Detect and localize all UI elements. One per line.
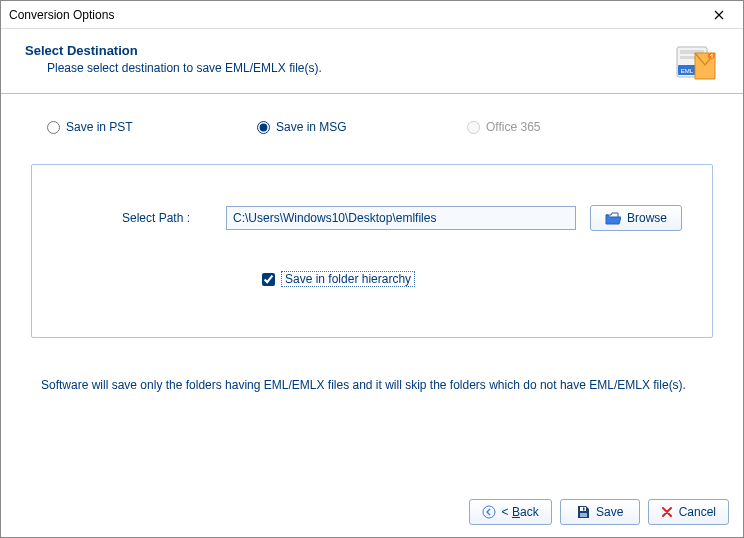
radio-office365: Office 365: [467, 120, 677, 134]
browse-label: Browse: [627, 211, 667, 225]
save-disk-icon: [576, 505, 590, 519]
folder-hierarchy-checkbox[interactable]: [262, 273, 275, 286]
radio-office365-label: Office 365: [486, 120, 540, 134]
header-text: Select Destination Please select destina…: [25, 43, 322, 75]
folder-open-icon: [605, 212, 621, 225]
titlebar: Conversion Options: [1, 1, 743, 29]
radio-save-msg[interactable]: Save in MSG: [257, 120, 467, 134]
hierarchy-row: Save in folder hierarchy: [262, 271, 682, 287]
window-title: Conversion Options: [9, 8, 114, 22]
svg-text:EML: EML: [681, 68, 694, 74]
select-path-label: Select Path :: [62, 211, 212, 225]
close-button[interactable]: [701, 5, 737, 25]
radio-save-msg-input[interactable]: [257, 121, 270, 134]
save-button[interactable]: Save: [560, 499, 640, 525]
cancel-x-icon: [661, 506, 673, 518]
info-note: Software will save only the folders havi…: [31, 378, 713, 392]
options-panel: Select Path : Browse Save in folder hier…: [31, 164, 713, 338]
save-label: Save: [596, 505, 623, 519]
svg-rect-9: [583, 508, 585, 511]
dialog-window: Conversion Options Select Destination Pl…: [0, 0, 744, 538]
folder-hierarchy-label: Save in folder hierarchy: [281, 271, 415, 287]
radio-save-pst[interactable]: Save in PST: [47, 120, 257, 134]
button-bar: < Back Save Cancel: [1, 489, 743, 537]
select-path-input[interactable]: [226, 206, 576, 230]
eml-file-icon: EML: [675, 43, 719, 83]
radio-save-pst-label: Save in PST: [66, 120, 133, 134]
cancel-button[interactable]: Cancel: [648, 499, 729, 525]
header-subtitle: Please select destination to save EML/EM…: [47, 61, 322, 75]
header-title: Select Destination: [25, 43, 322, 58]
back-label: < Back: [502, 505, 539, 519]
back-arrow-icon: [482, 505, 496, 519]
browse-button[interactable]: Browse: [590, 205, 682, 231]
svg-point-6: [483, 506, 495, 518]
save-mode-row: Save in PST Save in MSG Office 365: [31, 114, 713, 140]
radio-office365-input: [467, 121, 480, 134]
radio-save-pst-input[interactable]: [47, 121, 60, 134]
radio-save-msg-label: Save in MSG: [276, 120, 347, 134]
cancel-label: Cancel: [679, 505, 716, 519]
close-icon: [714, 10, 724, 20]
svg-point-5: [708, 53, 715, 60]
svg-rect-8: [580, 513, 587, 517]
path-row: Select Path : Browse: [62, 205, 682, 231]
content-area: Save in PST Save in MSG Office 365 Selec…: [1, 94, 743, 489]
back-button[interactable]: < Back: [469, 499, 552, 525]
header: Select Destination Please select destina…: [1, 29, 743, 94]
